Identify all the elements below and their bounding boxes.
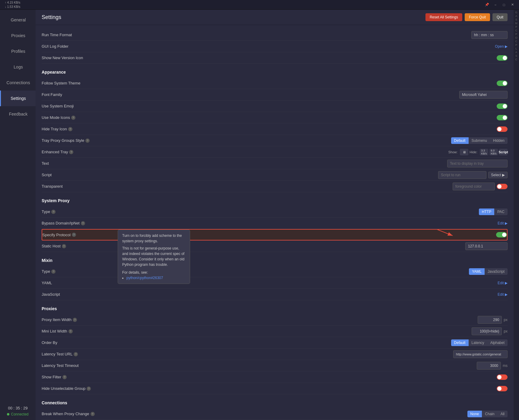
bypass-domain-edit-link[interactable]: Edit ▶ [498, 221, 508, 225]
static-host-input[interactable] [465, 242, 508, 250]
font-family-input[interactable] [459, 91, 508, 99]
alpha-P3[interactable]: P [515, 43, 517, 46]
script-input[interactable] [438, 171, 486, 179]
tray-hide-speed2[interactable]: 6.0KB/s [489, 149, 498, 155]
order-by-control: Default Latency Alphabet [451, 339, 508, 346]
sidebar-item-feedback[interactable]: Feedback [0, 106, 36, 122]
order-by-latency-btn[interactable]: Latency [469, 339, 487, 346]
proxy-type-http-btn[interactable]: HTTP [479, 208, 494, 215]
use-system-emoji-toggle[interactable] [497, 103, 508, 109]
system-proxy-section-title: System Proxy [42, 196, 508, 205]
titlebar: ↑ 4.15 KB/s ↓ 1.53 KB/s 📌 − □ ✕ [0, 0, 519, 10]
alpha-G[interactable]: G [515, 11, 517, 14]
use-mode-icons-toggle[interactable] [497, 115, 508, 120]
order-by-default-btn[interactable]: Default [451, 339, 469, 346]
break-when-proxy-change-label: Break When Proxy Change ? [42, 412, 96, 416]
break-proxy-all-btn[interactable]: All [498, 411, 508, 417]
bypass-domain-info-icon[interactable]: ? [81, 221, 85, 225]
bypass-domain-control: Edit ▶ [498, 221, 508, 225]
latency-test-url-info-icon[interactable]: ? [74, 352, 78, 356]
hide-tray-icon-toggle[interactable] [497, 126, 508, 132]
tray-hide-script[interactable]: Script [499, 149, 508, 155]
proxy-item-width-input[interactable] [478, 316, 502, 324]
sidebar-item-general[interactable]: General [0, 12, 36, 28]
alpha-S1[interactable]: S [515, 18, 517, 21]
pin-button[interactable]: 📌 [483, 2, 491, 8]
mixin-yaml-edit-link[interactable]: Edit ▶ [498, 281, 508, 285]
show-new-version-toggle[interactable] [497, 55, 508, 61]
order-by-alphabet-btn[interactable]: Alphabet [487, 339, 508, 346]
break-proxy-chain-btn[interactable]: Chain [482, 411, 497, 417]
mixin-yaml-btn[interactable]: YAML [469, 268, 485, 275]
run-time-format-input[interactable] [471, 31, 508, 39]
tray-proxy-groups-submenu-btn[interactable]: Submenu [469, 137, 490, 144]
mini-list-width-label: Mini List Width ? [42, 329, 96, 333]
proxy-item-width-control: px [478, 316, 508, 324]
mixin-javascript-edit-link[interactable]: Edit ▶ [498, 292, 508, 297]
settings-scroll[interactable]: Run Time Format GUI Log Folder Open ▶ Sh… [36, 25, 514, 420]
tray-proxy-groups-style-control: Default Submenu Hidden [451, 137, 508, 144]
svg-line-1 [438, 230, 453, 236]
close-button[interactable]: ✕ [508, 2, 517, 8]
alpha-P1[interactable]: P [515, 25, 517, 28]
alpha-L[interactable]: L [515, 47, 517, 50]
follow-system-theme-row: Follow System Theme [42, 78, 508, 89]
appearance-section-title: Appearance [42, 68, 508, 76]
force-quit-button[interactable]: Force Quit [465, 13, 490, 21]
break-proxy-none-btn[interactable]: None [467, 411, 482, 417]
alpha-C2[interactable]: C [515, 40, 517, 43]
script-select-button[interactable]: Select ▶ [488, 172, 508, 178]
hide-unselectable-group-toggle[interactable] [497, 386, 508, 391]
sidebar-item-connections[interactable]: Connections [0, 75, 36, 91]
text-input[interactable] [447, 160, 508, 167]
sidebar-item-profiles[interactable]: Profiles [0, 43, 36, 59]
use-mode-icons-info-icon[interactable]: ? [71, 116, 75, 120]
static-host-info-icon[interactable]: ? [62, 244, 66, 248]
show-filter-toggle[interactable] [497, 374, 508, 380]
hide-tray-icon-info-icon[interactable]: ? [68, 127, 72, 131]
alpha-M[interactable]: M [515, 22, 517, 25]
mini-list-width-info-icon[interactable]: ? [68, 329, 73, 333]
follow-system-theme-toggle[interactable] [497, 81, 508, 86]
tray-icon-display[interactable]: 🖥 [460, 149, 468, 155]
proxy-type-pac-btn[interactable]: PAC [494, 208, 508, 215]
mini-list-width-input[interactable] [472, 327, 502, 335]
mixin-javascript-row: JavaScript Edit ▶ [42, 289, 508, 300]
sidebar: General Proxies Profiles Logs Connection… [0, 10, 36, 420]
maximize-button[interactable]: □ [500, 2, 508, 8]
alpha-C3[interactable]: C [515, 58, 517, 61]
sidebar-item-logs[interactable]: Logs [0, 59, 36, 75]
transparent-input[interactable] [453, 183, 495, 190]
specify-protocol-info-icon[interactable]: ? [72, 233, 76, 237]
hide-unselectable-group-info-icon[interactable]: ? [87, 387, 91, 391]
alpha-S2[interactable]: S [515, 54, 517, 57]
alpha-O[interactable]: O [515, 36, 517, 39]
specify-protocol-toggle[interactable] [496, 232, 507, 237]
enhanced-tray-info-icon[interactable]: ? [69, 150, 73, 154]
sidebar-item-settings[interactable]: Settings [0, 91, 36, 106]
app-body: General Proxies Profiles Logs Connection… [0, 10, 519, 420]
alpha-C1[interactable]: C [515, 29, 517, 32]
mixin-javascript-btn[interactable]: JavaScript [485, 268, 508, 275]
tray-proxy-groups-style-info-icon[interactable]: ? [85, 138, 90, 143]
transparent-toggle[interactable] [497, 184, 508, 189]
proxy-type-info-icon[interactable]: ? [51, 210, 56, 214]
latency-test-timeout-control: ms [477, 362, 508, 370]
latency-test-url-input[interactable] [453, 350, 508, 358]
show-filter-info-icon[interactable]: ? [62, 375, 67, 379]
minimize-button[interactable]: − [491, 2, 500, 8]
latency-test-timeout-input[interactable] [477, 362, 501, 370]
tray-proxy-groups-default-btn[interactable]: Default [451, 137, 469, 144]
gui-log-folder-open-button[interactable]: Open ▶ [495, 44, 508, 49]
alpha-A[interactable]: A [515, 14, 517, 18]
tray-proxy-groups-hidden-btn[interactable]: Hidden [490, 137, 508, 144]
quit-button[interactable]: Quit [492, 13, 508, 21]
sidebar-item-proxies[interactable]: Proxies [0, 28, 36, 43]
mixin-type-info-icon[interactable]: ? [51, 269, 56, 274]
alpha-A2[interactable]: A [515, 51, 517, 54]
proxy-item-width-info-icon[interactable]: ? [73, 318, 77, 322]
alpha-P2[interactable]: P [515, 33, 517, 36]
reset-all-settings-button[interactable]: Reset All Settings [425, 13, 462, 21]
break-when-proxy-change-info-icon[interactable]: ? [91, 412, 95, 416]
tray-hide-speed1[interactable]: 3.3KB/s [480, 149, 488, 155]
